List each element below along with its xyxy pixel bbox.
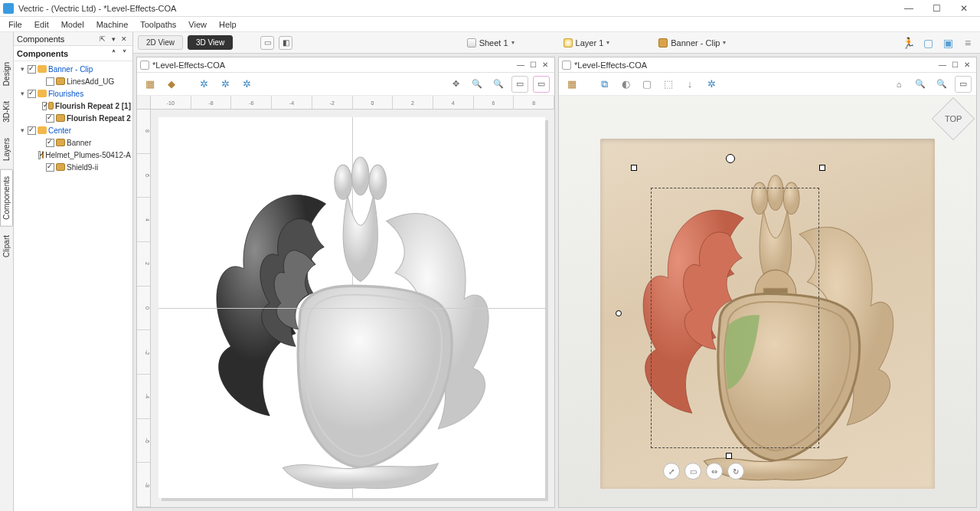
sidetab-clipart[interactable]: Clipart	[0, 228, 13, 264]
visibility-checkbox[interactable]	[28, 90, 36, 98]
toolbar-lines-icon[interactable]: ≡	[960, 35, 975, 51]
tree-item[interactable]: Helmet_Plumes-50412-A	[15, 149, 131, 161]
transform-pill-2[interactable]: ▭	[684, 463, 701, 480]
visibility-checkbox[interactable]	[42, 102, 47, 110]
ruler-horizontal: -10-8-6-4-202468	[151, 96, 554, 110]
visibility-icon[interactable]: ◐	[617, 76, 634, 93]
down-icon[interactable]: ↓	[681, 76, 698, 93]
transform-pill-1[interactable]: ⤢	[663, 463, 680, 480]
zoom-in-icon[interactable]: 🔍	[469, 76, 485, 93]
zoom-window-icon[interactable]: ▭	[511, 76, 528, 93]
components-panel: Components ⇱ ▾ ✕ Components ˄ ˅ ▾Banner …	[14, 32, 133, 511]
tree-item[interactable]: LinesAdd_UG	[15, 75, 131, 87]
vp-min-button[interactable]: —	[514, 60, 527, 70]
tree-item[interactable]: ▾Center	[15, 124, 131, 136]
tool-gear3-icon[interactable]: ✲	[238, 76, 255, 93]
tree-toggle-icon[interactable]: ▾	[18, 65, 26, 73]
coat-of-arms-2d-graphic	[158, 117, 545, 498]
layout-split-v-button[interactable]: ◧	[279, 36, 292, 50]
tab-2d-view[interactable]: 2D View	[138, 35, 183, 50]
svg-point-2	[369, 165, 387, 199]
viewport-2d-canvas[interactable]: -10-8-6-4-202468 86420-2-4-6-8	[137, 96, 554, 507]
visibility-checkbox[interactable]	[46, 163, 54, 172]
panel-close-icon[interactable]: ✕	[119, 34, 129, 44]
zoom-sel-icon[interactable]: ▭	[533, 76, 550, 93]
svg-point-1	[352, 157, 370, 195]
vp-max-button[interactable]: ☐	[949, 60, 961, 70]
tree-item[interactable]: ▾Flourishes	[15, 87, 131, 100]
sidetab-design[interactable]: Design	[0, 55, 13, 93]
visibility-checkbox[interactable]	[38, 151, 40, 159]
tree-item[interactable]: ▾Banner - Clip	[15, 63, 131, 75]
tree-item[interactable]: Flourish Repeat 2	[15, 112, 131, 124]
material-3d-icon[interactable]: ▦	[564, 76, 580, 93]
toolbar-box1-icon[interactable]: ▢	[920, 35, 936, 51]
zoom-in-3d-icon[interactable]: 🔍	[912, 76, 929, 93]
layout-split-h-button[interactable]: ▭	[260, 36, 274, 50]
tree-item[interactable]: Shield9-ii	[15, 161, 131, 173]
level-dropdown[interactable]: Banner - Clip ▾	[654, 38, 730, 47]
menu-toolpaths[interactable]: Toolpaths	[135, 18, 181, 31]
sidetab-components[interactable]: Components	[0, 169, 13, 227]
menu-edit[interactable]: Edit	[29, 18, 54, 31]
panel-collapse-icon[interactable]: ˄	[108, 48, 119, 59]
tree-item-label: Flourish Repeat 2 [1]	[55, 102, 131, 110]
visibility-checkbox[interactable]	[28, 65, 36, 74]
home-view-icon[interactable]: ⌂	[890, 76, 907, 93]
layer-dropdown[interactable]: Layer 1 ▾	[559, 38, 615, 47]
menu-model[interactable]: Model	[56, 18, 90, 31]
view-cube[interactable]: TOP	[932, 97, 975, 141]
tree-item[interactable]: Banner	[15, 136, 131, 149]
level-label: Banner - Clip	[671, 38, 720, 47]
shade-icon[interactable]: ◆	[163, 76, 180, 93]
panel-expand-icon[interactable]: ˅	[119, 48, 129, 59]
zoom-fit-icon[interactable]: 🔍	[490, 76, 507, 93]
toolbar-box2-icon[interactable]: ▣	[940, 35, 956, 51]
zoom-window-3d-icon[interactable]: ▭	[955, 76, 972, 93]
tree-item[interactable]: Flourish Repeat 2 [1]	[15, 100, 131, 112]
title-bar: Vectric - (Vectric Ltd) - *Level-Effects…	[0, 0, 980, 17]
view-cube-label: TOP	[945, 114, 962, 123]
menu-help[interactable]: Help	[214, 18, 242, 31]
run-person-icon[interactable]: 🏃	[900, 35, 916, 51]
tree-item-label: Flourishes	[48, 90, 83, 98]
window-close-button[interactable]: ✕	[951, 1, 977, 16]
transform-pill-4[interactable]: ↻	[727, 463, 744, 480]
tree-toggle-icon[interactable]: ▾	[18, 90, 26, 97]
visibility-checkbox[interactable]	[46, 139, 54, 147]
transform-pill-3[interactable]: ⇔	[706, 463, 723, 480]
material-icon[interactable]: ▦	[142, 76, 158, 93]
box-icon[interactable]: ▢	[639, 76, 655, 93]
window-minimize-button[interactable]: —	[896, 1, 922, 16]
vp-max-button[interactable]: ☐	[527, 60, 539, 70]
tool-gear2-icon[interactable]: ✲	[217, 76, 234, 93]
visibility-checkbox[interactable]	[46, 114, 54, 123]
sheet-dropdown[interactable]: Sheet 1 ▾	[462, 38, 519, 47]
menu-machine[interactable]: Machine	[91, 18, 134, 31]
zoom-fit-3d-icon[interactable]: 🔍	[933, 76, 950, 93]
folder-icon	[38, 65, 47, 73]
pan-icon[interactable]: ✥	[447, 76, 464, 93]
menu-view[interactable]: View	[183, 18, 212, 31]
viewport-3d: *Level-Effects-COA — ☐ ✕ ▦ ⧉ ◐ ▢ ⬚ ↓ ✲	[558, 57, 977, 508]
viewport-3d-canvas[interactable]: TOP	[559, 96, 976, 507]
tree-toggle-icon[interactable]: ▾	[18, 126, 26, 134]
panel-menu-icon[interactable]: ▾	[108, 34, 119, 44]
vp-close-button[interactable]: ✕	[539, 60, 551, 70]
sidetab-layers[interactable]: Layers	[0, 131, 13, 168]
visibility-checkbox[interactable]	[28, 126, 36, 135]
sidetab-3dkit[interactable]: 3D-Kit	[0, 94, 13, 129]
gear-3d-icon[interactable]: ✲	[703, 76, 720, 93]
tree-item-label: Flourish Repeat 2	[67, 114, 131, 123]
component-icon	[56, 114, 65, 122]
vp-min-button[interactable]: —	[936, 60, 949, 70]
panel-pin-icon[interactable]: ⇱	[97, 34, 108, 44]
menu-file[interactable]: File	[3, 18, 28, 31]
cube-icon[interactable]: ⬚	[660, 76, 677, 93]
tab-3d-view[interactable]: 3D View	[188, 35, 233, 50]
window-maximize-button[interactable]: ☐	[923, 1, 949, 16]
visibility-checkbox[interactable]	[46, 77, 54, 86]
link-icon[interactable]: ⧉	[596, 76, 612, 93]
tool-gear-icon[interactable]: ✲	[195, 76, 212, 93]
vp-close-button[interactable]: ✕	[961, 60, 973, 70]
